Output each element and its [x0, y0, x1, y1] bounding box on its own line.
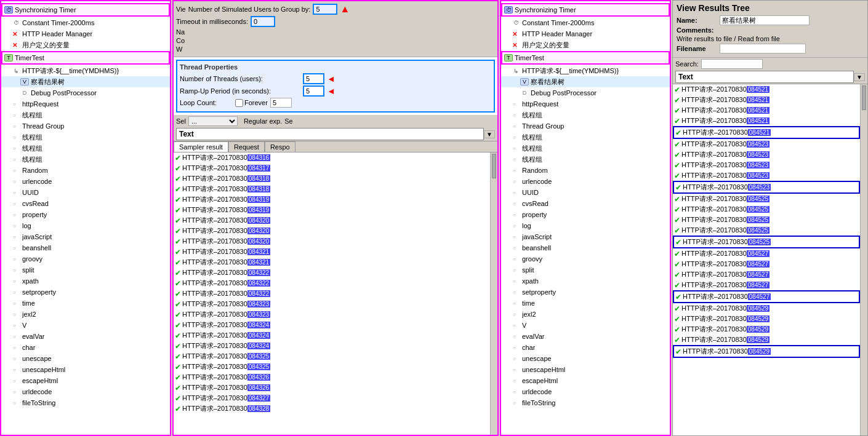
tree-item-beanshell-r[interactable]: ○ beanshell: [501, 242, 670, 253]
result-item-far-right-results-list-22[interactable]: ✔ HTTP请求–20170830084529: [673, 324, 860, 335]
result-item-far-right-results-list-2[interactable]: ✔ HTTP请求–20170830084521: [673, 105, 860, 116]
result-item-mid-results-list-11[interactable]: ✔ HTTP请求–20170830084322: [174, 268, 490, 278]
mid-scrollbar[interactable]: [490, 153, 497, 435]
response-tab[interactable]: Respo: [265, 141, 295, 152]
forever-checkbox[interactable]: [235, 99, 243, 107]
result-item-far-right-results-list-0[interactable]: ✔ HTTP请求–20170830084521: [673, 84, 860, 95]
result-item-far-right-results-list-15[interactable]: ✔ HTTP请求–20170830084527: [673, 248, 860, 259]
result-item-far-right-results-list-16[interactable]: ✔ HTTP请求–20170830084527: [673, 259, 860, 269]
result-item-far-right-results-list-20[interactable]: ✔ HTTP请求–20170830084529: [673, 303, 860, 314]
tree-item-urldecode[interactable]: ○ urldecode: [1, 386, 170, 397]
tree-item-time-r[interactable]: ○ time: [501, 298, 670, 309]
tree-item-sync-timer[interactable]: ⏱ Synchronizing Timer: [1, 3, 170, 17]
tree-item-thread-group3[interactable]: ○ 线程组: [1, 132, 170, 143]
tree-item-thread-group5-r[interactable]: ○ 线程组: [501, 154, 670, 165]
result-item-mid-results-list-5[interactable]: ✔ HTTP请求–20170830084319: [174, 205, 490, 215]
result-item-far-right-results-list-18[interactable]: ✔ HTTP请求–20170830084527: [673, 280, 860, 290]
tree-item-view-results-r[interactable]: V 察看结果树: [501, 76, 670, 87]
tree-item-constant-timer[interactable]: ⏱ Constant Timer-2000ms: [1, 17, 170, 28]
result-item-far-right-results-list-11[interactable]: ✔ HTTP请求–20170830084525: [673, 204, 860, 215]
result-item-far-right-results-list-19[interactable]: ✔ HTTP请求–20170830084527: [673, 290, 860, 303]
result-item-far-right-results-list-17[interactable]: ✔ HTTP请求–20170830084527: [673, 269, 860, 280]
result-item-far-right-results-list-13[interactable]: ✔ HTTP请求–20170830084525: [673, 225, 860, 236]
result-item-mid-results-list-10[interactable]: ✔ HTTP请求–20170830084321: [174, 257, 490, 268]
tree-item-log-r[interactable]: ○ log: [501, 220, 670, 231]
result-item-mid-results-list-3[interactable]: ✔ HTTP请求–20170830084318: [174, 184, 490, 194]
result-item-mid-results-list-14[interactable]: ✔ HTTP请求–20170830084323: [174, 299, 490, 309]
tree-item-debug-post[interactable]: D Debug PostProcessor: [1, 87, 170, 98]
tree-item-unescapehtml[interactable]: ○ unescapeHtml: [1, 364, 170, 375]
select-dropdown[interactable]: ...: [188, 116, 238, 126]
tree-item-user-vars-r[interactable]: ✕ 用户定义的变量: [501, 39, 670, 50]
search-input[interactable]: [701, 59, 763, 69]
tree-item-thread-group2[interactable]: ○ Thread Group: [1, 121, 170, 132]
result-item-far-right-results-list-6[interactable]: ✔ HTTP请求–20170830084523: [673, 149, 860, 160]
tree-item-uuid[interactable]: ○ UUID: [1, 187, 170, 198]
tree-item-property-r[interactable]: ○ property: [501, 209, 670, 220]
far-right-scrollbar-thumb[interactable]: [862, 85, 866, 110]
result-item-far-right-results-list-8[interactable]: ✔ HTTP请求–20170830084523: [673, 170, 860, 181]
tree-item-beanshell[interactable]: ○ beanshell: [1, 242, 170, 253]
result-item-far-right-results-list-14[interactable]: ✔ HTTP请求–20170830084525: [673, 236, 860, 248]
tree-item-unescape[interactable]: ○ unescape: [1, 353, 170, 364]
result-item-mid-results-list-13[interactable]: ✔ HTTP请求–20170830084322: [174, 288, 490, 299]
tree-item-filetostring-r[interactable]: ○ fileToString: [501, 397, 670, 408]
tree-item-http-header[interactable]: ✕ HTTP Header Manager: [1, 28, 170, 39]
tree-item-jexl2[interactable]: ○ jexl2: [1, 309, 170, 320]
simulated-users-input[interactable]: [313, 4, 337, 15]
tree-item-unescapehtml-r[interactable]: ○ unescapeHtml: [501, 364, 670, 375]
sampler-tab[interactable]: Sampler result: [174, 141, 228, 152]
result-item-far-right-results-list-1[interactable]: ✔ HTTP请求–20170830084521: [673, 95, 860, 105]
result-item-mid-results-list-1[interactable]: ✔ HTTP请求–20170830084317: [174, 163, 490, 173]
result-item-mid-results-list-21[interactable]: ✔ HTTP请求–20170830084326: [174, 372, 490, 382]
result-item-mid-results-list-22[interactable]: ✔ HTTP请求–20170830084326: [174, 382, 490, 393]
rampup-input[interactable]: [303, 85, 324, 97]
request-tab[interactable]: Request: [228, 141, 265, 152]
tree-item-groovy[interactable]: ○ groovy: [1, 253, 170, 264]
result-item-far-right-results-list-10[interactable]: ✔ HTTP请求–20170830084525: [673, 194, 860, 204]
tree-item-cvsread[interactable]: ○ cvsRead: [1, 198, 170, 209]
result-item-mid-results-list-7[interactable]: ✔ HTTP请求–20170830084320: [174, 226, 490, 236]
tree-item-constant-timer-r[interactable]: ⏱ Constant Timer-2000ms: [501, 17, 670, 28]
tree-item-thread-group1-r[interactable]: ○ 线程组: [501, 109, 670, 121]
tree-item-xpath-r[interactable]: ○ xpath: [501, 275, 670, 287]
tree-item-groovy-r[interactable]: ○ groovy: [501, 253, 670, 264]
tree-item-thread-group3-r[interactable]: ○ 线程组: [501, 132, 670, 143]
tree-item-timer-test[interactable]: T TimerTest: [1, 51, 170, 65]
tree-item-http-req-r[interactable]: ↳ HTTP请求-${__time(YMDHMS)}: [501, 65, 670, 76]
result-item-far-right-results-list-7[interactable]: ✔ HTTP请求–20170830084523: [673, 160, 860, 170]
far-right-dropdown-arrow[interactable]: ▼: [854, 73, 865, 81]
result-item-far-right-results-list-5[interactable]: ✔ HTTP请求–20170830084523: [673, 139, 860, 149]
result-item-far-right-results-list-9[interactable]: ✔ HTTP请求–20170830084523: [673, 181, 860, 194]
tree-item-debug-post-r[interactable]: D Debug PostProcessor: [501, 87, 670, 98]
tree-item-random-r[interactable]: ○ Random: [501, 165, 670, 176]
tree-item-sync-timer-r[interactable]: ⏱ Synchronizing Timer: [501, 3, 670, 17]
tree-item-timer-test-r[interactable]: T TimerTest: [501, 51, 670, 65]
result-item-mid-results-list-2[interactable]: ✔ HTTP请求–20170830084318: [174, 173, 490, 184]
result-item-far-right-results-list-3[interactable]: ✔ HTTP请求–20170830084521: [673, 116, 860, 126]
vrt-name-input[interactable]: [720, 15, 810, 25]
result-item-mid-results-list-24[interactable]: ✔ HTTP请求–20170830084328: [174, 403, 490, 414]
tree-item-char[interactable]: ○ char: [1, 342, 170, 353]
tree-item-v[interactable]: ○ V: [1, 320, 170, 331]
result-item-mid-results-list-6[interactable]: ✔ HTTP请求–20170830084320: [174, 215, 490, 226]
tree-item-urldecode-r[interactable]: ○ urldecode: [501, 386, 670, 397]
tree-item-thread-group5[interactable]: ○ 线程组: [1, 154, 170, 165]
tree-item-split[interactable]: ○ split: [1, 264, 170, 275]
result-item-far-right-results-list-4[interactable]: ✔ HTTP请求–20170830084521: [673, 126, 860, 139]
timeout-input[interactable]: [251, 16, 275, 27]
tree-item-http-req[interactable]: ↳ HTTP请求-${__time(YMDHMS)}: [1, 65, 170, 76]
tree-item-javascript-r[interactable]: ○ javaScript: [501, 231, 670, 242]
result-item-far-right-results-list-21[interactable]: ✔ HTTP请求–20170830084529: [673, 314, 860, 324]
result-item-far-right-results-list-23[interactable]: ✔ HTTP请求–20170830084529: [673, 335, 860, 345]
result-item-mid-results-list-0[interactable]: ✔ HTTP请求–20170830084316: [174, 153, 490, 163]
tree-item-thread-group2-r[interactable]: ○ Thread Group: [501, 121, 670, 132]
result-item-far-right-results-list-24[interactable]: ✔ HTTP请求–20170830084529: [673, 345, 860, 358]
far-right-scrollbar[interactable]: [860, 84, 867, 435]
result-item-mid-results-list-8[interactable]: ✔ HTTP请求–20170830084320: [174, 236, 490, 247]
tree-item-httpRequest-r[interactable]: ○ httpRequest: [501, 98, 670, 109]
result-item-mid-results-list-20[interactable]: ✔ HTTP请求–20170830084325: [174, 362, 490, 372]
tree-item-setproperty[interactable]: ○ setproperty: [1, 287, 170, 298]
tree-item-char-r[interactable]: ○ char: [501, 342, 670, 353]
tree-item-thread-group4-r[interactable]: ○ 线程组: [501, 143, 670, 154]
